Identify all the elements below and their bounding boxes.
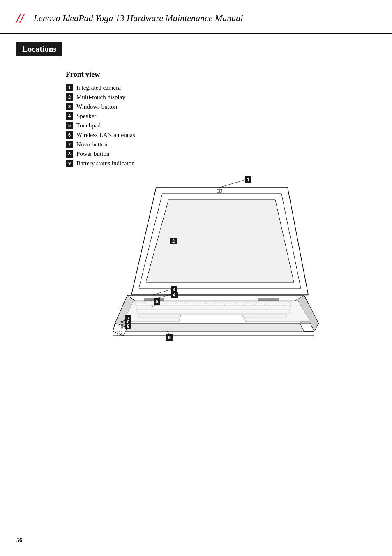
list-item: 3 Windows button (66, 103, 376, 110)
badge-6: 6 (66, 131, 73, 139)
component-label-2: Multi-touch display (76, 94, 125, 101)
locations-section: Locations Front view 1 Integrated camera… (16, 42, 376, 352)
component-label-6: Wireless LAN antennas (76, 132, 135, 139)
badge-1: 1 (66, 84, 73, 91)
svg-rect-42 (121, 321, 123, 323)
svg-text:1: 1 (247, 177, 249, 182)
header-divider (0, 33, 392, 34)
list-item: 6 Wireless LAN antennas (66, 131, 376, 139)
component-list: 1 Integrated camera 2 Multi-touch displa… (66, 84, 376, 167)
component-label-8: Power button (76, 151, 109, 158)
component-label-7: Novo button (76, 141, 107, 148)
locations-heading: Locations (16, 42, 62, 56)
list-item: 4 Speaker (66, 112, 376, 120)
list-item: 7 Novo button (66, 141, 376, 148)
list-item: 5 Touchpad (66, 122, 376, 129)
svg-point-4 (219, 190, 220, 192)
svg-marker-29 (179, 315, 247, 322)
front-view: Front view 1 Integrated camera 2 Multi-t… (66, 70, 376, 352)
badge-2: 2 (66, 93, 73, 101)
svg-marker-6 (113, 323, 318, 331)
component-label-1: Integrated camera (76, 84, 121, 91)
badge-5: 5 (66, 122, 73, 129)
component-label-9: Battery status indicator (76, 160, 134, 167)
svg-line-47 (219, 179, 247, 188)
badge-4: 4 (66, 112, 73, 120)
svg-marker-2 (146, 200, 294, 282)
svg-text:2: 2 (172, 239, 175, 243)
logo: // (16, 12, 27, 25)
svg-text:9: 9 (127, 324, 129, 329)
page-title: Lenovo IdeaPad Yoga 13 Hardware Maintena… (34, 13, 243, 23)
list-item: 2 Multi-touch display (66, 93, 376, 101)
component-label-3: Windows button (76, 103, 117, 110)
svg-text:6: 6 (168, 335, 171, 340)
list-item: 9 Battery status indicator (66, 160, 376, 167)
svg-text:3: 3 (173, 287, 175, 292)
svg-rect-43 (121, 324, 123, 326)
page-number: 56 (16, 537, 22, 544)
list-item: 8 Power button (66, 150, 376, 158)
badge-3: 3 (66, 103, 73, 110)
list-item: 1 Integrated camera (66, 84, 376, 91)
svg-text:4: 4 (173, 292, 176, 297)
front-view-title: Front view (66, 70, 376, 79)
badge-9: 9 (66, 160, 73, 167)
component-label-5: Touchpad (76, 122, 101, 129)
logo-slashes: // (16, 12, 24, 25)
laptop-svg: 1 2 3 4 5 7 (90, 175, 329, 348)
component-label-4: Speaker (76, 113, 96, 120)
laptop-diagram: 1 2 3 4 5 7 (66, 175, 353, 352)
badge-7: 7 (66, 141, 73, 148)
badge-8: 8 (66, 150, 73, 158)
header: // Lenovo IdeaPad Yoga 13 Hardware Maint… (0, 0, 392, 33)
svg-text:5: 5 (156, 299, 158, 304)
